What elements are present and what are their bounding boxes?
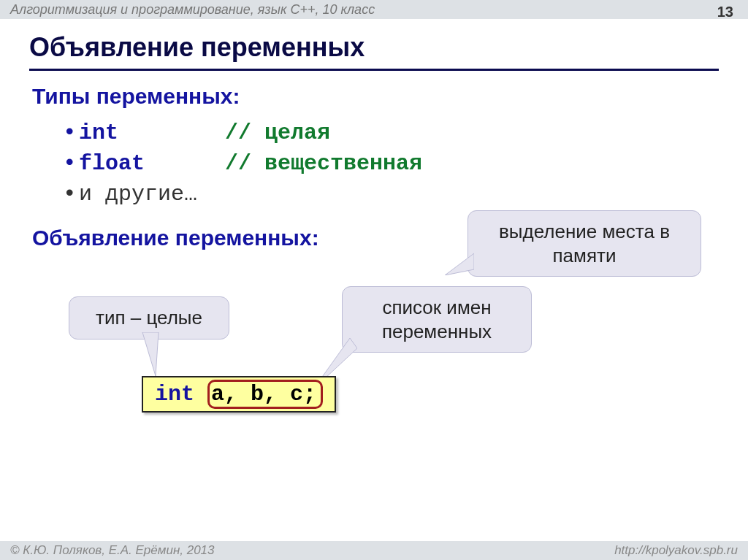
footer-left: © К.Ю. Поляков, Е.А. Ерёмин, 2013 [10,543,215,558]
type-row: • float // вещественная [66,150,719,176]
others-text: и другие… [79,182,197,207]
callout-type: тип – целые [69,296,229,340]
svg-marker-1 [142,332,159,376]
type-keyword: float [79,151,225,176]
types-heading: Типы переменных: [32,84,719,109]
types-list: • int // целая • float // вещественная •… [66,119,719,207]
callout-text: список имен переменных [382,296,492,342]
slide-title: Объявление переменных [29,32,719,71]
header-title: Алгоритмизация и программирование, язык … [10,2,375,18]
type-row: • int // целая [66,119,719,145]
footer-bar: © К.Ю. Поляков, Е.А. Ерёмин, 2013 http:/… [0,541,748,560]
footer-right: http://kpolyakov.spb.ru [614,543,738,558]
code-keyword: int [155,382,207,407]
bullet-icon: • [66,119,79,144]
svg-marker-0 [445,253,474,275]
code-vars: a, b, c; [207,380,323,409]
page-number: 13 [717,4,733,20]
bullet-icon: • [66,180,79,205]
bullet-icon: • [66,150,79,174]
type-keyword: int [79,120,225,145]
callout-text: тип – целые [96,307,202,329]
callout-tail-icon [135,332,164,376]
callout-tail-icon [445,246,474,275]
code-box: int a, b, c; [142,376,336,413]
callout-text: выделение места в памяти [499,220,670,266]
type-comment: // целая [225,120,330,145]
callout-list: список имен переменных [342,286,532,353]
type-comment: // вещественная [225,151,422,176]
callout-memory: выделение места в памяти [468,210,701,277]
header-bar: Алгоритмизация и программирование, язык … [0,0,748,19]
type-row-others: • и другие… [66,180,719,207]
